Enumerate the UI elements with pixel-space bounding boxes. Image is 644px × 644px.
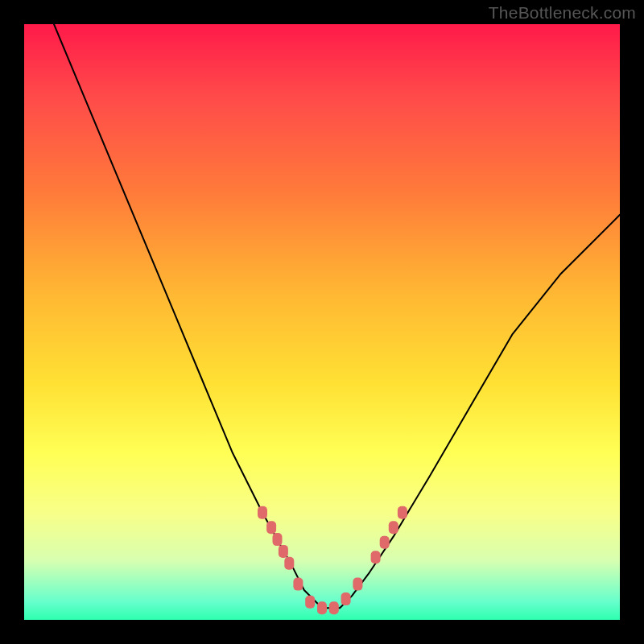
- svg-rect-2: [273, 533, 283, 546]
- svg-rect-8: [329, 601, 339, 614]
- curve-markers: [258, 506, 407, 614]
- svg-rect-3: [279, 545, 288, 558]
- svg-rect-9: [341, 592, 351, 605]
- svg-rect-0: [258, 506, 267, 519]
- chart-plot-area: [24, 24, 620, 620]
- chart-svg: [24, 24, 620, 620]
- svg-rect-6: [305, 596, 315, 609]
- svg-rect-12: [380, 536, 390, 549]
- bottleneck-curve: [54, 24, 620, 608]
- svg-rect-5: [293, 578, 303, 591]
- watermark-text: TheBottleneck.com: [489, 3, 636, 23]
- svg-rect-1: [266, 521, 276, 534]
- svg-rect-4: [284, 557, 294, 570]
- svg-rect-7: [317, 601, 327, 614]
- svg-rect-11: [371, 551, 381, 564]
- svg-rect-14: [398, 506, 407, 519]
- svg-rect-13: [389, 521, 398, 534]
- svg-rect-10: [353, 578, 362, 591]
